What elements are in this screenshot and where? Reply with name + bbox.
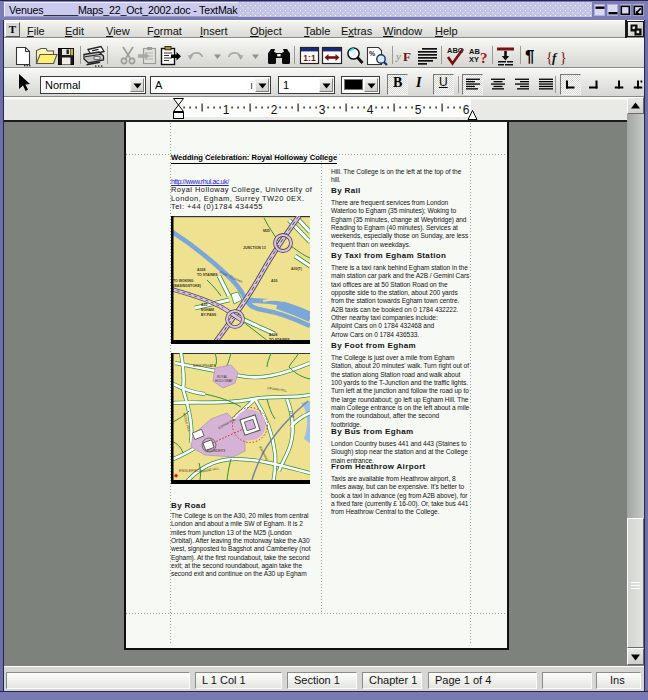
svg-text:BY-PASS: BY-PASS: [201, 313, 217, 317]
svg-text:3: 3: [319, 103, 326, 117]
svg-text:F: F: [403, 49, 411, 64]
svg-text:TO STAINES: TO STAINES: [197, 273, 218, 277]
svg-text:}: }: [560, 50, 567, 65]
svg-text:¶: ¶: [525, 47, 534, 66]
svg-text:(BASINGSTOKE): (BASINGSTOKE): [173, 284, 201, 288]
svg-text:EGHAM: EGHAM: [201, 308, 214, 312]
svg-text:?: ?: [480, 50, 488, 66]
svg-text:1:1: 1:1: [303, 53, 316, 63]
svg-text:XY: XY: [469, 55, 479, 64]
svg-text:A30: A30: [271, 279, 277, 283]
svg-text:5: 5: [415, 103, 422, 117]
svg-text:FOUNDER'S: FOUNDER'S: [207, 449, 226, 453]
svg-text:y: y: [395, 50, 401, 62]
svg-text:BISHOPSGATE: BISHOPSGATE: [193, 364, 216, 368]
svg-text:TO WOKING: TO WOKING: [173, 279, 194, 283]
svg-text:HOLLOWAY: HOLLOWAY: [215, 379, 234, 383]
svg-text:6: 6: [463, 103, 470, 117]
svg-text:2: 2: [271, 103, 278, 117]
svg-text:A30(T): A30(T): [291, 267, 302, 271]
svg-text:M25: M25: [263, 229, 270, 233]
svg-text:A308: A308: [269, 333, 277, 337]
svg-text:f: f: [552, 50, 558, 65]
svg-text:A30: A30: [201, 303, 207, 307]
svg-text:JUNCTION 13: JUNCTION 13: [243, 246, 266, 250]
svg-text:%: %: [369, 50, 376, 57]
svg-text:1: 1: [223, 103, 230, 117]
svg-text:A308: A308: [197, 268, 205, 272]
svg-text:ENGLEFIELD: ENGLEFIELD: [179, 469, 202, 473]
svg-text:4: 4: [367, 103, 374, 117]
